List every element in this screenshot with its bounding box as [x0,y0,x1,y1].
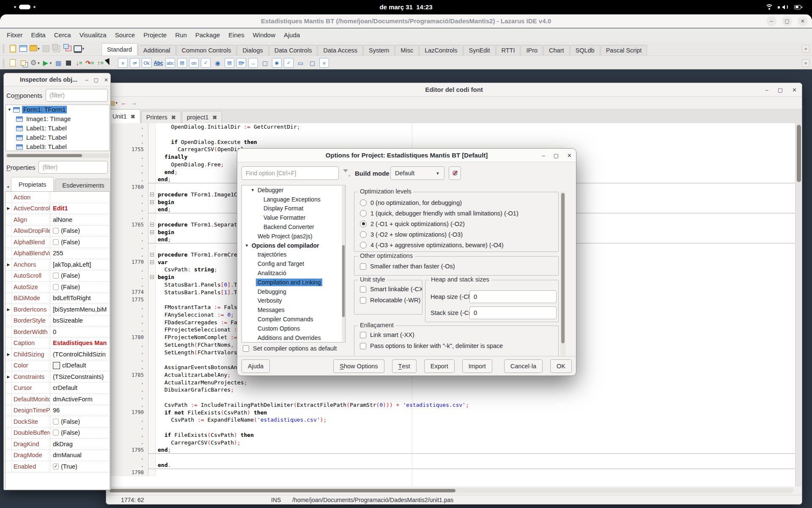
inspector-tab-propietats[interactable]: Propietats [11,177,54,191]
component-tree-item-form1-tform1[interactable]: ▼Form1: TForm1 [6,105,109,114]
property-row-activecontrol[interactable]: ▶ActiveControlEdit1 [5,203,110,215]
code-line[interactable]: . [106,394,795,401]
stack-size-cs-input[interactable] [469,306,557,319]
editor-close-icon[interactable]: ✕ [792,87,797,93]
build-mode-manager-button[interactable]: ⚙ [449,166,461,180]
expand-marker-icon[interactable]: ▶ [5,304,12,315]
maximize-icon[interactable]: ▢ [782,16,792,26]
dialog-maximize-icon[interactable]: ▢ [554,152,559,159]
tab-close-icon[interactable]: ✖ [212,114,217,121]
palette-tab-pascal-script[interactable]: Pascal Script [601,45,647,55]
menu-item-package[interactable]: Package [191,31,224,39]
checkbox[interactable] [360,297,366,304]
scrollbar-thumb[interactable] [342,245,345,317]
selection-pointer-icon[interactable] [103,58,112,69]
component-tlabel[interactable]: Abc [154,58,163,68]
property-value[interactable]: crDefault [50,383,110,394]
save-all-button[interactable] [52,43,62,55]
code-line[interactable]: . DibuixarGraficBarres; [106,386,795,394]
tree-expand-icon[interactable]: ▼ [250,188,256,192]
options-tree-item-language-exceptions[interactable]: Language Exceptions [242,195,345,204]
export-button[interactable]: Export [424,359,455,373]
code-line[interactable]: . ActualitzarMenuProjectes; [106,379,795,387]
scrollbar-thumb[interactable] [110,489,455,492]
property-checkbox[interactable] [53,239,59,245]
checkbox[interactable] [360,332,366,338]
show-options-button[interactable]: Show Options [333,359,384,373]
component-tmemo[interactable]: ▤ [177,58,187,68]
code-line[interactable]: . if FileExists(CsvPath) then [106,431,795,439]
new-unit-from-template-button[interactable] [8,57,18,69]
property-row-autosize[interactable]: AutoSize(False) [5,282,110,293]
stop-button[interactable] [63,57,74,69]
component-tpanel[interactable]: ▭ [296,58,305,68]
find-option-input[interactable] [241,166,339,180]
palette-overflow-icon-2[interactable]: » [802,59,809,67]
view-windows-button[interactable]: ▾ [73,43,85,55]
scrollbar-thumb[interactable] [797,125,801,182]
navigate-forward-icon[interactable]: → [131,99,137,106]
menu-item-source[interactable]: Source [111,31,140,39]
radio-button[interactable] [360,210,367,217]
inspector-minimize-icon[interactable]: – [85,77,88,83]
dialog-titlebar[interactable]: Options for Project: Estadístiques Manti… [237,149,576,162]
editor-minimize-icon[interactable]: – [765,87,768,93]
property-row-childsizing[interactable]: ▶ChildSizing(TControlChildSizin [5,349,110,360]
property-checkbox[interactable] [53,273,59,279]
code-line[interactable]: 1795end; [106,446,795,454]
options-tree-item-traject-ries[interactable]: trajectòries [242,250,345,260]
dialog-minimize-icon[interactable]: – [542,152,545,159]
property-row-align[interactable]: AlignalNone [5,214,110,226]
component-tbutton[interactable]: Ok [142,58,151,68]
toolbar-grip[interactable] [3,58,5,68]
property-row-autoscroll[interactable]: AutoScroll(False) [5,271,110,282]
component-tscrollbar[interactable]: ↔ [248,58,258,68]
component-tradiobutton[interactable]: ◉ [213,58,222,68]
filter-funnel-icon[interactable]: x [340,168,350,179]
smaller-rather-option[interactable]: Smaller rather than faster (-Os) [354,261,558,272]
new-form-button[interactable] [18,43,28,55]
set-default-checkbox[interactable] [243,345,249,352]
code-line[interactable]: . [106,424,795,431]
radio-button[interactable] [360,221,367,227]
components-filter-input[interactable] [46,89,108,102]
property-row-caption[interactable]: CaptionEstadístiques Man [5,338,110,349]
property-value[interactable]: bsSizeable [50,315,110,326]
code-line[interactable]: . OpenDialog.InitialDir := GetCurrentDir… [106,123,795,131]
component-tedit[interactable]: abc [165,58,175,68]
options-tree-item-verbosity[interactable]: Verbosity [242,296,345,306]
editor-maximize-icon[interactable]: ▢ [778,87,783,93]
code-line[interactable]: . if OpenDialog.Execute then [106,138,795,146]
property-row-enabled[interactable]: Enabled✓(True) [5,461,110,472]
property-row-anchors[interactable]: ▶Anchors[akTop,akLeft] [5,259,110,271]
editor-tab-project1[interactable]: project1✖ [182,111,222,123]
test-button[interactable]: Test [392,359,417,373]
menu-item-run[interactable]: Run [171,31,191,39]
menu-item-eines[interactable]: Eines [224,31,249,39]
component-tree-item-label3-tlabel[interactable]: Label3: TLabel [6,142,109,151]
inspector-tab-esdeveniments[interactable]: Esdeveniments [55,179,111,191]
property-checkbox[interactable]: ✓ [53,464,59,469]
editor-tab-printers[interactable]: Printers✖ [141,111,181,123]
property-value[interactable]: alNone [50,214,110,225]
options-tree-item-compiler-commands[interactable]: Compiler Commands [242,315,345,324]
palette-tab-additional[interactable]: Additional [138,45,176,55]
property-checkbox[interactable] [53,430,59,436]
options-tree-item-display-format[interactable]: Display Format [242,204,345,213]
scrollbar-thumb[interactable] [561,193,565,343]
property-row-docksite[interactable]: DockSite(False) [5,416,110,428]
expand-marker-icon[interactable]: ▶ [5,203,12,214]
property-row-borderwidth[interactable]: BorderWidth0 [5,326,110,338]
palette-overflow-icon[interactable]: » [802,45,809,52]
palette-tab-rtti[interactable]: RTTI [496,45,521,55]
options-tree-item-messages[interactable]: Messages [242,305,345,315]
optimization-level-1[interactable]: 1 (quick, debugger friendly with small l… [354,208,558,218]
expand-marker-icon[interactable]: ▶ [5,371,12,382]
palette-tab-dialogs[interactable]: Dialogs [237,45,268,55]
menu-item-projecte[interactable]: Projecte [139,31,171,39]
optimization-level-3[interactable]: 3 (-O2 + slow optimizations) (-O3) [354,229,558,240]
property-value[interactable]: 0 [50,326,110,337]
step-into-button[interactable] [74,57,84,69]
linking-option-pass-options-to-linker-with-k-[interactable]: Pass options to linker with "-k", delimi… [354,340,558,351]
unit-style-option-smart-linkable-cx[interactable]: Smart linkable (-CX) [354,284,422,295]
